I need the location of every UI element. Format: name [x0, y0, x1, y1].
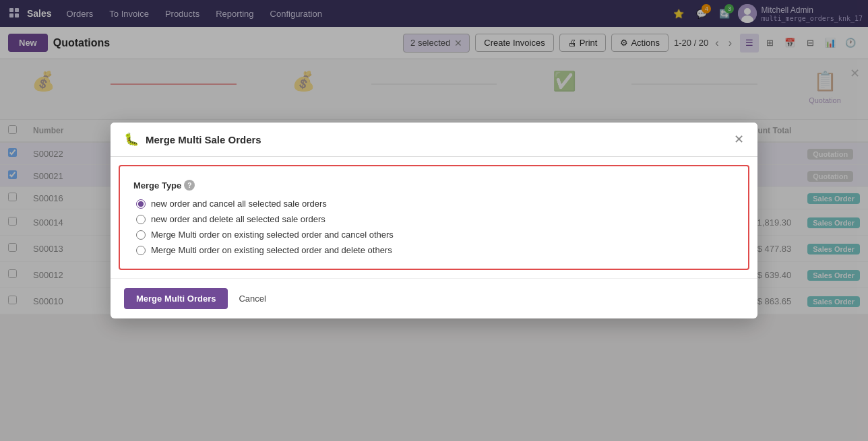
- radio-label-2: new order and delete all selected sale o…: [151, 214, 326, 224]
- bug-icon: 🐛: [124, 132, 139, 147]
- radio-option-4[interactable]: Merge Multi order on existing selected o…: [136, 245, 735, 255]
- cancel-button[interactable]: Cancel: [236, 288, 268, 309]
- modal-title: Merge Multi Sale Orders: [146, 134, 261, 145]
- merge-type-radio-group: new order and cancel all selected sale o…: [133, 199, 735, 255]
- radio-input-1[interactable]: [136, 199, 146, 209]
- modal-overlay: 🐛 Merge Multi Sale Orders ✕ Merge Type ?…: [0, 0, 868, 441]
- radio-input-3[interactable]: [136, 230, 146, 240]
- merge-type-label: Merge Type ?: [133, 180, 735, 191]
- help-icon[interactable]: ?: [184, 180, 195, 191]
- radio-option-3[interactable]: Merge Multi order on existing selected o…: [136, 230, 735, 240]
- radio-label-4: Merge Multi order on existing selected o…: [151, 245, 392, 255]
- radio-input-2[interactable]: [136, 215, 146, 224]
- modal-body: Merge Type ? new order and cancel all se…: [119, 165, 749, 270]
- radio-option-1[interactable]: new order and cancel all selected sale o…: [136, 199, 735, 209]
- merge-multi-orders-button[interactable]: Merge Multi Orders: [124, 288, 228, 309]
- radio-label-3: Merge Multi order on existing selected o…: [151, 230, 394, 240]
- modal-header: 🐛 Merge Multi Sale Orders ✕: [111, 123, 757, 157]
- radio-input-4[interactable]: [136, 246, 146, 255]
- modal-close-button[interactable]: ✕: [734, 132, 744, 147]
- radio-label-1: new order and cancel all selected sale o…: [151, 199, 327, 209]
- merge-dialog: 🐛 Merge Multi Sale Orders ✕ Merge Type ?…: [111, 123, 757, 318]
- modal-footer: Merge Multi Orders Cancel: [111, 278, 757, 318]
- radio-option-2[interactable]: new order and delete all selected sale o…: [136, 214, 735, 224]
